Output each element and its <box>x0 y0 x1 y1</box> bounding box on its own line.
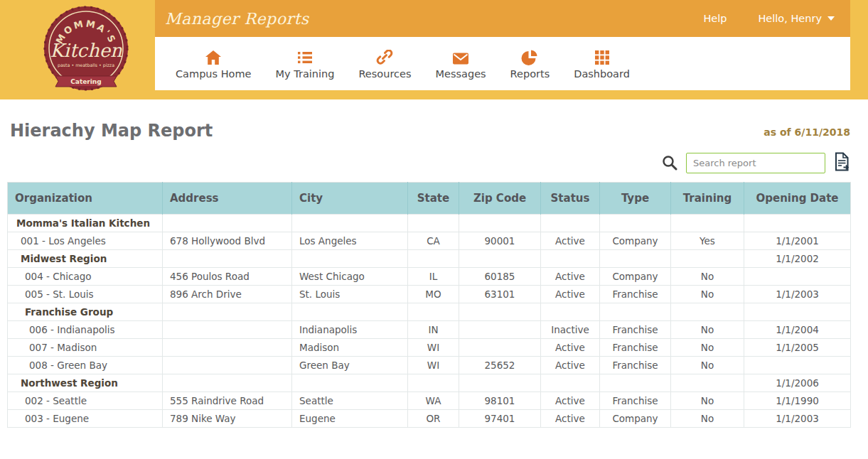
pie-chart-icon <box>521 48 538 65</box>
cell-city <box>292 250 408 268</box>
table-row: 003 - Eugene789 Nike WayEugeneOR97401Act… <box>8 410 851 428</box>
cell-org: 008 - Green Bay <box>8 357 163 374</box>
cell-address <box>163 250 292 268</box>
app-header: MOMMA'S Kitchen pasta • meatballs • pizz… <box>0 0 868 99</box>
nav-item-label: Messages <box>436 68 486 80</box>
cell-opening_date <box>744 303 851 321</box>
export-button[interactable] <box>834 152 850 173</box>
column-header-org: Organization <box>8 183 163 215</box>
cell-type <box>600 374 671 392</box>
cell-org: Franchise Group <box>8 303 163 321</box>
top-bar: Manager Reports Help Hello, Henry <box>155 0 850 37</box>
cell-zip <box>459 339 541 357</box>
link-icon <box>376 48 393 65</box>
cell-type: Company <box>600 268 671 286</box>
group-row: Northwest Region1/1/2006 <box>8 374 851 392</box>
cell-status: Active <box>541 392 600 410</box>
cell-training <box>671 303 744 321</box>
cell-status <box>541 374 600 392</box>
cell-address <box>163 357 292 374</box>
table-row: 008 - Green BayGreen BayWI25652ActiveFra… <box>8 357 851 374</box>
cell-type: Company <box>600 232 671 250</box>
envelope-icon <box>452 48 469 65</box>
cell-opening_date: 1/1/2001 <box>744 232 851 250</box>
cell-city: Madison <box>292 339 408 357</box>
nav-item-label: Dashboard <box>574 68 630 80</box>
cell-zip: 90001 <box>459 232 541 250</box>
nav-item-label: Resources <box>358 68 411 80</box>
cell-status: Active <box>541 357 600 374</box>
cell-address <box>163 215 292 232</box>
nav-item-dashboard[interactable]: Dashboard <box>562 48 642 80</box>
logo-tagline: pasta • meatballs • pizza <box>58 63 114 68</box>
cell-opening_date <box>744 268 851 286</box>
cell-training: No <box>671 410 744 428</box>
cell-training: No <box>671 268 744 286</box>
cell-type <box>600 303 671 321</box>
cell-training <box>671 215 744 232</box>
cell-training <box>671 374 744 392</box>
cell-address: 896 Arch Drive <box>163 286 292 303</box>
search-input[interactable] <box>686 153 825 173</box>
cell-training: No <box>671 392 744 410</box>
cell-type: Company <box>600 410 671 428</box>
cell-state: WA <box>408 392 459 410</box>
cell-city: Green Bay <box>292 357 408 374</box>
nav-item-resources[interactable]: Resources <box>346 48 423 80</box>
column-header-type: Type <box>600 183 671 215</box>
cell-zip: 63101 <box>459 286 541 303</box>
list-icon <box>296 48 314 65</box>
cell-city <box>292 303 408 321</box>
cell-type: Franchise <box>600 286 671 303</box>
cell-address <box>163 374 292 392</box>
cell-training: No <box>671 357 744 374</box>
home-icon <box>205 48 222 65</box>
page-title: Hierachy Map Report <box>10 121 213 141</box>
cell-opening_date: 1/1/2004 <box>744 321 851 339</box>
nav-item-label: My Training <box>276 68 335 80</box>
cell-zip <box>459 303 541 321</box>
cell-status: Active <box>541 286 600 303</box>
nav-item-reports[interactable]: Reports <box>498 48 562 80</box>
cell-city: Los Angeles <box>292 232 408 250</box>
cell-org: Momma's Italian Kitchen <box>8 215 163 232</box>
cell-type: Franchise <box>600 339 671 357</box>
cell-status: Active <box>541 339 600 357</box>
cell-state: WI <box>408 339 459 357</box>
cell-state <box>408 374 459 392</box>
column-header-training: Training <box>671 183 744 215</box>
column-header-zip: Zip Code <box>459 183 541 215</box>
cell-opening_date <box>744 215 851 232</box>
search-icon[interactable] <box>662 155 677 171</box>
column-header-city: City <box>292 183 408 215</box>
cell-address: 555 Raindrive Road <box>163 392 292 410</box>
user-greeting: Hello, Henry <box>758 13 822 24</box>
cell-opening_date <box>744 357 851 374</box>
cell-zip <box>459 321 541 339</box>
cell-city: Eugene <box>292 410 408 428</box>
cell-zip: 60185 <box>459 268 541 286</box>
table-row: 005 - St. Louis896 Arch DriveSt. LouisMO… <box>8 286 851 303</box>
cell-address <box>163 339 292 357</box>
cell-city: West Chicago <box>292 268 408 286</box>
page-head: Hierachy Map Report as of 6/11/2018 <box>0 99 868 141</box>
cell-org: 007 - Madison <box>8 339 163 357</box>
nav-item-messages[interactable]: Messages <box>424 48 498 80</box>
cell-status: Inactive <box>541 321 600 339</box>
help-link[interactable]: Help <box>703 13 727 24</box>
cell-state: OR <box>408 410 459 428</box>
nav-item-campus-home[interactable]: Campus Home <box>164 48 264 80</box>
column-header-address: Address <box>163 183 292 215</box>
nav-item-my-training[interactable]: My Training <box>264 48 347 80</box>
cell-state <box>408 215 459 232</box>
cell-state: IL <box>408 268 459 286</box>
logo[interactable]: MOMMA'S Kitchen pasta • meatballs • pizz… <box>43 4 129 98</box>
cell-status: Active <box>541 268 600 286</box>
logo-ribbon-text: Catering <box>70 78 101 85</box>
logo-badge: MOMMA'S Kitchen pasta • meatballs • pizz… <box>43 4 129 95</box>
cell-opening_date: 1/1/2002 <box>744 250 851 268</box>
user-menu[interactable]: Hello, Henry <box>758 13 835 24</box>
cell-training: No <box>671 321 744 339</box>
cell-city <box>292 215 408 232</box>
cell-training: No <box>671 286 744 303</box>
